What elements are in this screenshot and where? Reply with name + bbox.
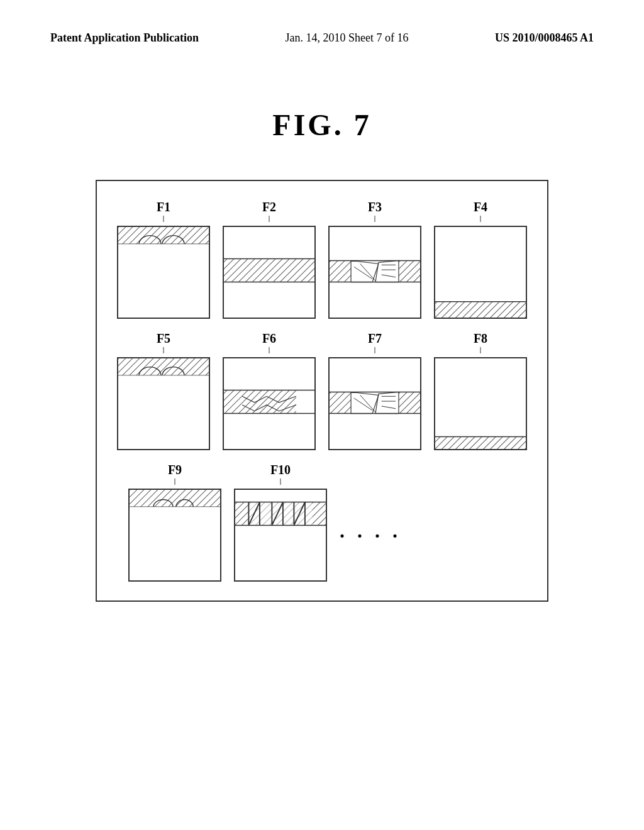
frame-f10: F10 — [234, 463, 327, 582]
frame-f1-box — [117, 226, 210, 319]
frame-f6-label: F6 — [262, 331, 276, 346]
frame-f6: F6 — [223, 331, 316, 450]
svg-line-15 — [354, 267, 372, 279]
svg-rect-11 — [330, 261, 351, 282]
svg-line-41 — [354, 398, 372, 410]
publication-label: Patent Application Publication — [50, 31, 199, 45]
svg-rect-59 — [313, 502, 326, 525]
svg-marker-40 — [375, 392, 399, 414]
frame-dots: . . . . — [340, 463, 401, 582]
svg-rect-58 — [235, 502, 248, 525]
frame-f2: F2 — [223, 200, 316, 319]
svg-rect-37 — [330, 392, 351, 414]
svg-marker-39 — [351, 392, 379, 414]
svg-rect-52 — [130, 490, 220, 507]
continuation-dots: . . . . — [340, 485, 401, 578]
svg-marker-14 — [375, 261, 399, 282]
svg-rect-49 — [435, 437, 526, 449]
svg-marker-13 — [351, 261, 379, 282]
frame-f7: F7 — [328, 331, 421, 450]
svg-rect-30 — [118, 375, 209, 449]
frame-f8-box — [434, 357, 527, 450]
figure-title: FIG. 7 — [0, 108, 644, 142]
page-header: Patent Application Publication Jan. 14, … — [0, 0, 644, 45]
frame-f6-box — [223, 357, 316, 450]
frame-f4-box — [434, 226, 527, 319]
frame-f9-label: F9 — [168, 463, 182, 477]
frame-f3-box — [328, 226, 421, 319]
svg-rect-7 — [224, 259, 314, 282]
frame-f9-box — [128, 489, 221, 582]
svg-rect-1 — [118, 227, 209, 244]
date-sheet-label: Jan. 14, 2010 Sheet 7 of 16 — [286, 31, 409, 45]
frame-f10-label: F10 — [270, 463, 291, 477]
frame-f3-label: F3 — [368, 200, 382, 214]
svg-rect-38 — [399, 392, 420, 414]
svg-line-19 — [382, 275, 396, 277]
diagram-container: F1 — [96, 180, 548, 602]
svg-line-45 — [382, 406, 396, 409]
frame-f2-box — [223, 226, 316, 319]
frame-f9: F9 — [128, 463, 221, 582]
frame-f4-label: F4 — [474, 200, 487, 214]
svg-rect-23 — [435, 302, 526, 318]
frame-f3: F3 — [328, 200, 421, 319]
frame-f1: F1 — [117, 200, 210, 319]
svg-rect-33 — [242, 390, 296, 414]
svg-rect-12 — [399, 261, 420, 282]
frame-f7-label: F7 — [368, 331, 382, 346]
frame-f5-label: F5 — [157, 331, 170, 346]
frame-f8: F8 — [434, 331, 527, 450]
frame-f7-box — [328, 357, 421, 450]
frame-f4: F4 — [434, 200, 527, 319]
patent-number-label: US 2010/0008465 A1 — [495, 31, 594, 45]
svg-rect-56 — [130, 507, 220, 580]
frame-f5: F5 — [117, 331, 210, 450]
frame-f1-label: F1 — [157, 200, 170, 214]
frame-f2-label: F2 — [262, 200, 276, 214]
svg-rect-26 — [118, 358, 209, 375]
frame-f5-box — [117, 357, 210, 450]
svg-rect-32 — [224, 390, 242, 414]
frame-f10-box — [234, 489, 327, 582]
frame-f8-label: F8 — [474, 331, 487, 346]
svg-rect-5 — [118, 244, 209, 318]
